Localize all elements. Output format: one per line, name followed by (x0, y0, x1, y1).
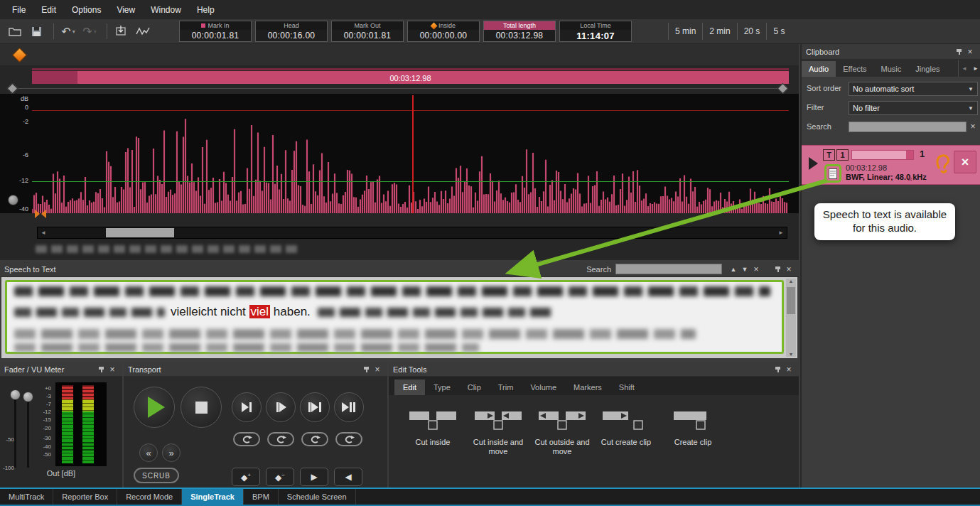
zoom-5s-button[interactable]: 5 s (766, 23, 791, 40)
next-marker-button[interactable]: ▶ (300, 468, 328, 486)
entry-remove-button[interactable]: × (954, 151, 976, 173)
zoom-5min-button[interactable]: 5 min (669, 23, 702, 40)
undo-button[interactable]: ↶▾ (59, 23, 77, 40)
search-clear-icon[interactable]: × (967, 121, 979, 132)
loop-button[interactable] (233, 432, 260, 446)
close-icon[interactable]: × (783, 264, 795, 275)
right-marker-diamond-icon[interactable] (777, 83, 789, 95)
tab-jingles[interactable]: Jingles (908, 61, 947, 77)
entry-play-icon[interactable] (809, 157, 818, 170)
add-marker-button[interactable]: ◆+ (232, 468, 260, 486)
pin-icon[interactable] (772, 364, 783, 375)
left-marker-diamond-icon[interactable] (7, 83, 18, 95)
play-pause-button[interactable] (334, 392, 364, 422)
prev-marker-button[interactable]: ◀ (334, 468, 362, 486)
pin-icon[interactable] (360, 364, 372, 375)
workspace-tab-schedule-screen[interactable]: Schedule Screen (279, 489, 356, 505)
scrollbar-thumb[interactable] (787, 287, 795, 314)
loop-button[interactable] (335, 432, 362, 446)
workspace-tab-singletrack[interactable]: SingleTrack (182, 489, 244, 505)
speech-search-input[interactable] (615, 264, 722, 274)
filter-select[interactable]: No filter▼ (849, 101, 978, 115)
tab-volume[interactable]: Volume (522, 380, 565, 395)
horizontal-scrollbar[interactable]: ◄ ► (37, 227, 787, 239)
vu-scale-label: -7 (34, 401, 51, 407)
close-icon[interactable]: × (107, 364, 118, 375)
menu-item-file[interactable]: File (4, 1, 33, 18)
workspace-tab-reporter-box[interactable]: Reporter Box (53, 489, 117, 505)
play-to-mark-button[interactable] (232, 392, 262, 422)
menu-item-help[interactable]: Help (189, 1, 222, 18)
skip-forward-button[interactable]: » (162, 443, 181, 462)
fader-knob-right[interactable] (23, 392, 33, 402)
redo-button[interactable]: ↷▾ (80, 23, 99, 40)
menu-item-view[interactable]: View (109, 1, 143, 18)
menu-item-options[interactable]: Options (64, 1, 109, 18)
scrollbar-track[interactable] (49, 227, 775, 238)
clipboard-search-input[interactable] (849, 122, 966, 132)
clipboard-audio-entry[interactable]: T 1 1 00:03:12.98 BWF, Linear; 48.0 kHz … (802, 145, 980, 185)
prelisten-ear-icon[interactable] (935, 153, 951, 174)
open-file-button[interactable] (6, 23, 24, 40)
play-button[interactable] (134, 387, 175, 428)
zoom-2min-button[interactable]: 2 min (702, 23, 736, 40)
tab-type[interactable]: Type (425, 380, 459, 395)
tab-trim[interactable]: Trim (490, 380, 522, 395)
loop-button[interactable] (267, 432, 294, 446)
save-button[interactable] (27, 23, 45, 40)
overview-view-window[interactable] (32, 71, 77, 84)
sort-order-select[interactable]: No automatic sort▼ (849, 82, 978, 96)
tab-clip[interactable]: Clip (459, 380, 490, 395)
close-icon[interactable]: × (372, 364, 383, 375)
skip-back-button[interactable]: « (139, 443, 158, 462)
tab-audio[interactable]: Audio (802, 61, 836, 77)
tab-effects[interactable]: Effects (836, 61, 873, 77)
scroll-left-icon[interactable]: ◄ (38, 230, 49, 236)
search-prev-icon[interactable]: ▲ (728, 264, 739, 275)
search-next-icon[interactable]: ▼ (739, 264, 750, 275)
workspace-tab-multitrack[interactable]: MultiTrack (0, 489, 53, 505)
create-clip-tool[interactable]: Create clip (662, 408, 724, 447)
menu-item-window[interactable]: Window (143, 1, 189, 18)
search-clear-icon[interactable]: × (750, 264, 762, 275)
play-from-mark-button[interactable] (266, 392, 296, 422)
pin-icon[interactable] (772, 264, 783, 275)
workspace-tab-record-mode[interactable]: Record Mode (117, 489, 182, 505)
tabs-scroll-right-icon[interactable]: ► (970, 63, 980, 74)
playhead-cursor[interactable] (412, 95, 414, 213)
speech-available-highlight[interactable] (824, 164, 841, 183)
tab-shift[interactable]: Shift (610, 380, 643, 395)
remove-marker-button[interactable]: ◆− (266, 468, 294, 486)
close-icon[interactable]: × (964, 46, 976, 58)
tabs-scroll-left-icon[interactable]: ◄ (959, 63, 970, 74)
cut-inside-move-tool[interactable]: Cut inside and move (467, 408, 529, 456)
signal-tool-button[interactable] (134, 23, 152, 40)
scrollbar-thumb[interactable] (106, 228, 174, 237)
zoom-20s-button[interactable]: 20 s (737, 23, 767, 40)
cut-create-clip-tool[interactable]: Cut create clip (595, 408, 657, 447)
cut-outside-move-tool[interactable]: Cut outside and move (531, 408, 593, 456)
cut-inside-tool[interactable]: Cut inside (402, 408, 464, 447)
fader-knob-left[interactable] (10, 389, 21, 400)
play-between-marks-button[interactable] (300, 392, 330, 422)
tab-music[interactable]: Music (874, 61, 909, 77)
pin-icon[interactable] (95, 364, 107, 375)
tab-markers[interactable]: Markers (565, 380, 610, 395)
collapse-chevrons-icon[interactable]: « (905, 177, 915, 182)
scrub-button[interactable]: SCRUB (134, 468, 179, 483)
loop-button[interactable] (301, 432, 328, 446)
workspace-tab-bpm[interactable]: BPM (244, 489, 279, 505)
menu-item-edit[interactable]: Edit (33, 1, 64, 18)
overview-bar[interactable]: 00:03:12.98 (32, 71, 789, 84)
threshold-line[interactable] (32, 181, 789, 182)
scroll-right-icon[interactable]: ► (775, 230, 787, 236)
loop-marker-icon[interactable] (34, 209, 47, 219)
transcript-box[interactable]: vielleicht nicht viel haben. (5, 280, 784, 354)
gain-knob[interactable] (8, 195, 18, 205)
stop-button[interactable] (181, 387, 222, 428)
transfer-button[interactable] (112, 23, 131, 40)
tab-edit[interactable]: Edit (394, 380, 425, 395)
pin-icon[interactable] (953, 46, 964, 58)
transcript-scrollbar[interactable]: ▲▼ (786, 279, 796, 357)
close-icon[interactable]: × (783, 364, 795, 375)
